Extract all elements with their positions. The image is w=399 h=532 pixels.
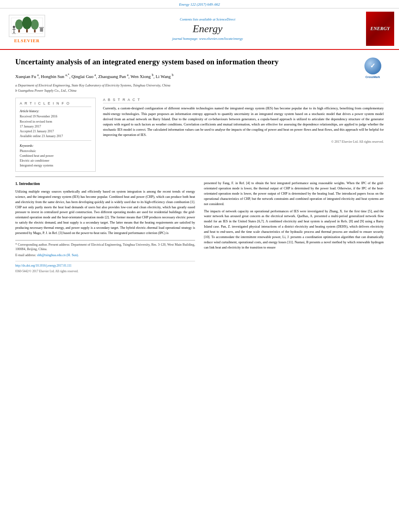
main-content-divider bbox=[15, 177, 384, 177]
homepage-url[interactable]: www.elsevier.com/locate/energy bbox=[199, 37, 243, 41]
revised-date: 17 January 2017 bbox=[20, 124, 91, 129]
sciencedirect-link[interactable]: ScienceDirect bbox=[216, 17, 235, 21]
affiliations: a Department of Electrical Engineering, … bbox=[15, 83, 384, 93]
article-info-box: A R T I C L E I N F O Article history: R… bbox=[15, 98, 96, 172]
svg-rect-5 bbox=[26, 29, 28, 33]
crossmark-badge: ✓ CrossMark bbox=[362, 57, 384, 79]
journal-reference: Energy 122 (2017) 649–662 bbox=[179, 2, 220, 6]
keyword-1: Photovoltaic bbox=[20, 149, 91, 154]
elsevier-logo: ELSEVIER bbox=[5, 15, 49, 43]
intro-paragraph-2: presented by Fang, F. in Ref. [4] to obt… bbox=[204, 181, 384, 207]
footnote-email: E-mail address: shh@tsinghua.edu.cn (H. … bbox=[15, 253, 195, 258]
email-address: shh@tsinghua.edu.cn (H. Sun). bbox=[37, 253, 79, 257]
abstract-label: A B S T R A C T bbox=[103, 98, 384, 103]
article-info-label: A R T I C L E I N F O bbox=[20, 101, 91, 107]
keywords-section: Keywords: Photovoltaic Combined heat and… bbox=[20, 144, 91, 168]
body-col-right: presented by Fang, F. in Ref. [4] to obt… bbox=[204, 181, 384, 274]
homepage-line: journal homepage: www.elsevier.com/locat… bbox=[57, 37, 358, 41]
received-date: Received 19 November 2016 bbox=[20, 114, 91, 119]
footnote-area: * Corresponding author. Present address:… bbox=[15, 240, 195, 258]
svg-rect-13 bbox=[39, 27, 44, 28]
elsevier-tree-icon bbox=[9, 16, 45, 36]
article-info-abstract-row: A R T I C L E I N F O Article history: R… bbox=[15, 98, 384, 172]
info-divider bbox=[20, 140, 91, 141]
article-area: Uncertainty analysis of an integrated en… bbox=[0, 50, 399, 278]
svg-point-3 bbox=[31, 19, 39, 29]
crossmark-label: CrossMark bbox=[365, 75, 380, 79]
footnote-star: * Corresponding author. Present address:… bbox=[15, 242, 195, 252]
copyright-line: © 2017 Elsevier Ltd. All rights reserved… bbox=[103, 140, 384, 144]
top-bar: Energy 122 (2017) 649–662 bbox=[0, 0, 399, 8]
intro-paragraph-3: The impacts of network capacity on opera… bbox=[204, 209, 384, 251]
journal-thumbnail: ENERGY bbox=[366, 12, 394, 46]
keyword-3: Electric air conditioner bbox=[20, 158, 91, 163]
crossmark-circle: ✓ bbox=[364, 58, 381, 74]
history-label: Article history: bbox=[20, 109, 91, 113]
svg-point-7 bbox=[13, 26, 15, 28]
issn-line: 0360-5442/© 2017 Elsevier Ltd. All right… bbox=[15, 269, 195, 274]
intro-paragraph-1: Utilizing multiple energy sources synthe… bbox=[15, 189, 195, 236]
body-content: 1. Introduction Utilizing multiple energ… bbox=[15, 181, 384, 274]
svg-rect-12 bbox=[40, 28, 43, 32]
abstract-section: A B S T R A C T Currently, a custom-desi… bbox=[103, 98, 384, 172]
keywords-label: Keywords: bbox=[20, 144, 91, 148]
svg-point-2 bbox=[22, 17, 31, 29]
svg-rect-4 bbox=[18, 30, 20, 33]
article-title: Uncertainty analysis of an integrated en… bbox=[15, 57, 384, 67]
affiliation-b: b Guangzhou Power Supply Co., Ltd., Chin… bbox=[15, 88, 384, 93]
elsevier-logo-image bbox=[9, 15, 45, 37]
elsevier-brand-text: ELSEVIER bbox=[14, 38, 40, 43]
contents-line: Contents lists available at ScienceDirec… bbox=[57, 17, 358, 21]
section-1-heading: 1. Introduction bbox=[15, 181, 195, 187]
crossmark-icon: ✓ bbox=[370, 63, 375, 69]
doi-link[interactable]: http://dx.doi.org/10.1016/j.energy.2017.… bbox=[15, 263, 195, 268]
journal-header: ELSEVIER Contents lists available at Sci… bbox=[0, 8, 399, 50]
svg-rect-6 bbox=[34, 30, 36, 33]
keyword-4: Integrated energy systems bbox=[20, 163, 91, 168]
keyword-2: Combined heat and power bbox=[20, 154, 91, 158]
accepted-date: Accepted 21 January 2017 bbox=[20, 129, 91, 134]
authors-line: Xueqian Fu a, Hongbin Sun a,*, Qinglai G… bbox=[15, 73, 384, 80]
available-date: Available online 23 January 2017 bbox=[20, 134, 91, 138]
body-col-left: 1. Introduction Utilizing multiple energ… bbox=[15, 181, 195, 274]
journal-name: Energy bbox=[57, 23, 358, 35]
doi-bar: http://dx.doi.org/10.1016/j.energy.2017.… bbox=[15, 261, 195, 274]
journal-center: Contents lists available at ScienceDirec… bbox=[49, 17, 366, 41]
revised-label: Received in revised form bbox=[20, 119, 91, 124]
svg-point-1 bbox=[15, 19, 23, 29]
affiliation-a: a Department of Electrical Engineering, … bbox=[15, 83, 384, 88]
abstract-text: Currently, a custom-designed configurati… bbox=[103, 106, 384, 138]
